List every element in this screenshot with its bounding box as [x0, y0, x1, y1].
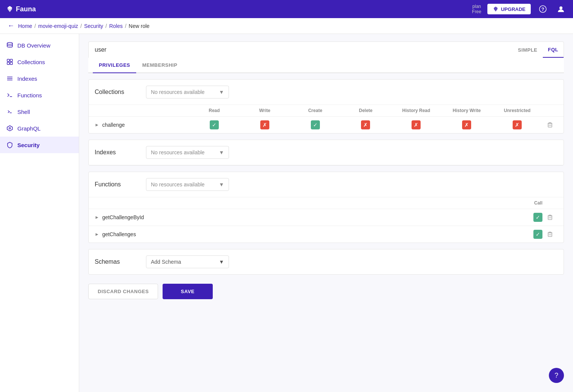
fql-view-button[interactable]: FQL [543, 42, 564, 58]
save-button[interactable]: SAVE [163, 284, 212, 299]
simple-view-button[interactable]: SIMPLE [513, 42, 542, 58]
role-name-input[interactable] [89, 42, 513, 58]
sidebar-label-collections: Collections [17, 59, 45, 65]
svg-rect-15 [548, 123, 552, 127]
discard-changes-button[interactable]: DISCARD CHANGES [88, 284, 158, 299]
row-label: getChallenges [102, 231, 136, 237]
tab-membership[interactable]: MEMBERSHIP [136, 58, 183, 73]
functions-section-header: Functions No resources available ▼ [89, 172, 564, 197]
indexes-icon [6, 75, 14, 82]
row-expand-icon[interactable]: ► [95, 215, 99, 220]
main-content: SIMPLE FQL PRIVILEGES MEMBERSHIP Collect… [79, 34, 573, 392]
sidebar-label-security: Security [17, 142, 40, 148]
help-nav-icon[interactable]: ? [537, 3, 549, 15]
history-write-check[interactable]: ✗ [441, 120, 492, 129]
dropdown-arrow-icon: ▼ [219, 89, 224, 95]
upgrade-button[interactable]: UPGRADE [487, 4, 531, 14]
functions-title: Functions [95, 181, 140, 188]
row-label: getChallengeById [102, 214, 144, 220]
sidebar-item-shell[interactable]: Shell [0, 103, 79, 120]
shell-icon [6, 108, 14, 115]
breadcrumb-roles[interactable]: Roles [109, 23, 123, 29]
sidebar-item-security[interactable]: Security [0, 137, 79, 153]
collections-perms-header: Read Write Create Delete History Read Hi… [89, 105, 564, 116]
graphql-icon [6, 125, 14, 132]
svg-point-2 [559, 6, 562, 9]
breadcrumb-home[interactable]: Home [18, 23, 32, 29]
sidebar-label-functions: Functions [17, 92, 42, 98]
unrestricted-check[interactable]: ✗ [492, 120, 542, 129]
nav-right: plan Free UPGRADE ? [472, 3, 567, 15]
breadcrumb-db[interactable]: movie-emoji-quiz [38, 23, 78, 29]
indexes-title: Indexes [95, 149, 140, 156]
svg-text:?: ? [541, 6, 544, 12]
sidebar-item-graphql[interactable]: GraphQL [0, 120, 79, 137]
dropdown-arrow-icon: ▼ [219, 149, 224, 155]
delete-row-button[interactable] [542, 122, 558, 128]
table-row: ► getChallenges ✓ [89, 226, 564, 243]
functions-icon [6, 91, 14, 99]
functions-resource-select[interactable]: No resources available ▼ [146, 178, 229, 191]
svg-rect-6 [7, 62, 9, 65]
create-check[interactable]: ✓ [290, 120, 341, 129]
app-name: Fauna [16, 5, 36, 13]
sidebar-label-shell: Shell [17, 109, 30, 115]
sidebar-item-collections[interactable]: Collections [0, 54, 79, 70]
tab-privileges[interactable]: PRIVILEGES [93, 58, 136, 73]
svg-point-14 [9, 128, 11, 129]
table-row: ► getChallengeById ✓ [89, 209, 564, 226]
svg-point-3 [7, 43, 12, 45]
svg-marker-13 [7, 126, 12, 131]
help-fab-button[interactable]: ? [549, 368, 564, 383]
plan-info: plan Free [472, 4, 481, 15]
indexes-section: Indexes No resources available ▼ [88, 140, 564, 166]
breadcrumb: ← Home / movie-emoji-quiz / Security / R… [0, 18, 573, 34]
collections-icon [6, 58, 14, 66]
svg-rect-5 [10, 59, 12, 61]
indexes-section-header: Indexes No resources available ▼ [89, 140, 564, 165]
actions-bar: DISCARD CHANGES SAVE [88, 284, 564, 308]
svg-rect-21 [548, 233, 552, 237]
sidebar-item-indexes[interactable]: Indexes [0, 70, 79, 87]
view-toggle: SIMPLE FQL [513, 42, 564, 58]
collections-section: Collections No resources available ▼ Rea… [88, 79, 564, 134]
dropdown-arrow-icon: ▼ [219, 181, 224, 188]
tab-bar: PRIVILEGES MEMBERSHIP [88, 58, 564, 73]
db-icon [6, 42, 14, 49]
row-label: challenge [102, 122, 125, 128]
write-check[interactable]: ✗ [240, 120, 290, 129]
delete-row-button[interactable] [542, 231, 558, 237]
delete-check[interactable]: ✗ [341, 120, 391, 129]
nav-left: Fauna [6, 5, 36, 13]
sidebar-label-db-overview: DB Overview [17, 42, 51, 49]
back-button[interactable]: ← [8, 22, 14, 30]
sidebar-label-indexes: Indexes [17, 75, 37, 82]
schemas-title: Schemas [95, 258, 140, 265]
svg-rect-18 [548, 216, 552, 220]
collections-resource-select[interactable]: No resources available ▼ [146, 86, 229, 98]
user-nav-icon[interactable] [555, 3, 567, 15]
main-layout: DB Overview Collections Indexes Function… [0, 34, 573, 392]
sidebar-item-db-overview[interactable]: DB Overview [0, 37, 79, 54]
sidebar-item-functions[interactable]: Functions [0, 87, 79, 103]
read-check[interactable]: ✓ [189, 120, 240, 129]
call-check-1[interactable]: ✓ [512, 213, 542, 222]
sidebar: DB Overview Collections Indexes Function… [0, 34, 79, 392]
table-row: ► challenge ✓ ✗ ✓ ✗ ✗ [89, 116, 564, 133]
breadcrumb-current: New role [129, 23, 149, 29]
schema-dropdown[interactable]: Add Schema ▼ [146, 255, 229, 268]
schemas-section: Schemas Add Schema ▼ [88, 249, 564, 275]
breadcrumb-security[interactable]: Security [84, 23, 103, 29]
collections-section-header: Collections No resources available ▼ [89, 80, 564, 105]
row-expand-icon[interactable]: ► [95, 232, 99, 237]
security-icon [6, 141, 14, 149]
svg-rect-7 [10, 62, 12, 65]
row-expand-icon[interactable]: ► [95, 122, 99, 128]
schema-dropdown-arrow-icon: ▼ [219, 259, 224, 265]
app-logo[interactable]: Fauna [6, 5, 36, 13]
history-read-check[interactable]: ✗ [391, 120, 441, 129]
call-check-2[interactable]: ✓ [512, 230, 542, 239]
indexes-resource-select[interactable]: No resources available ▼ [146, 146, 229, 159]
svg-rect-4 [7, 59, 9, 61]
delete-row-button[interactable] [542, 214, 558, 220]
